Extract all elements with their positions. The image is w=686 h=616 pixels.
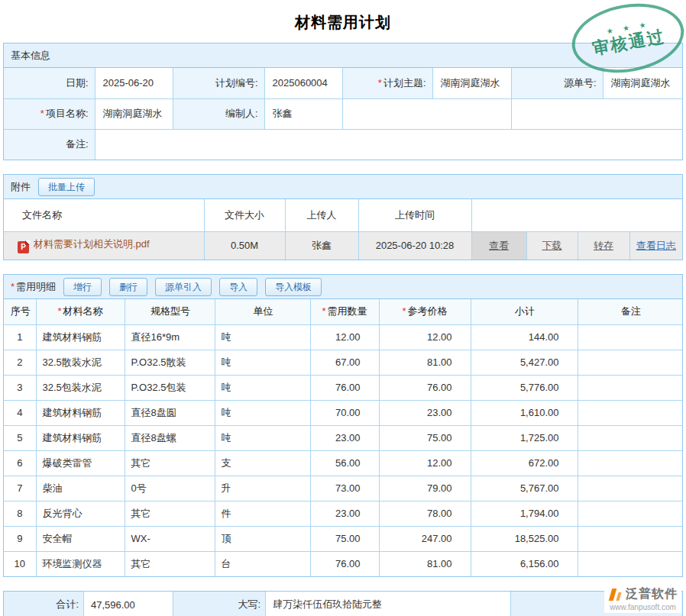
cell-spec[interactable]: P.O32.5散装 xyxy=(125,350,215,375)
cell-price[interactable]: 23.00 xyxy=(379,400,471,425)
cell-unit[interactable]: 吨 xyxy=(215,324,310,350)
cell-qty[interactable]: 75.00 xyxy=(310,526,379,551)
batch-upload-button[interactable]: 批量上传 xyxy=(38,178,95,196)
cell-remark[interactable] xyxy=(578,425,682,450)
cell-spec[interactable]: 0号 xyxy=(125,476,215,501)
cell-qty[interactable]: 76.00 xyxy=(310,375,379,400)
source-no-field[interactable]: 湖南洞庭湖水 xyxy=(603,68,682,98)
cell-price[interactable]: 76.00 xyxy=(379,375,471,400)
cell-material-name[interactable]: 柴油 xyxy=(36,476,125,501)
view-log-cell: 查看日志 xyxy=(629,231,682,260)
cell-qty[interactable]: 70.00 xyxy=(310,400,379,425)
cell-spec[interactable]: 其它 xyxy=(125,501,215,526)
table-row: 1 建筑材料钢筋 直径16*9m 吨 12.00 12.00 144.00 xyxy=(4,324,682,350)
col-header-label: 单位 xyxy=(254,305,273,317)
cell-price[interactable]: 247.00 xyxy=(379,526,471,551)
page-title: 材料需用计划 xyxy=(0,0,686,43)
cell-remark[interactable] xyxy=(578,350,682,375)
view-link[interactable]: 查看 xyxy=(489,240,509,251)
remark-field[interactable] xyxy=(95,129,682,160)
source-import-button[interactable]: 源单引入 xyxy=(155,278,212,296)
cell-material-name[interactable]: 32.5散装水泥 xyxy=(36,350,125,375)
cell-spec[interactable]: WX- xyxy=(125,526,215,551)
import-template-button[interactable]: 导入模板 xyxy=(265,278,322,296)
cell-remark[interactable] xyxy=(578,476,682,501)
cell-qty[interactable]: 56.00 xyxy=(310,450,379,476)
table-row: 7 柴油 0号 升 73.00 79.00 5,767.00 xyxy=(4,476,682,501)
cell-spec[interactable]: 直径16*9m xyxy=(125,324,215,350)
cell-spec[interactable]: P.O32.5包装 xyxy=(125,375,215,400)
attachments-table: 文件名称 文件大小 上传人 上传时间 材料需要计划相关说明.pdf 0.50M … xyxy=(4,199,682,260)
cell-qty[interactable]: 73.00 xyxy=(310,476,379,501)
cell-qty[interactable]: 12.00 xyxy=(310,324,379,350)
transfer-link[interactable]: 转存 xyxy=(594,240,613,251)
cell-material-name[interactable]: 环境监测仪器 xyxy=(36,551,125,576)
cell-qty[interactable]: 23.00 xyxy=(310,425,379,450)
cell-unit[interactable]: 吨 xyxy=(215,350,310,375)
cell-spec[interactable]: 其它 xyxy=(125,450,215,476)
cell-qty[interactable]: 76.00 xyxy=(310,551,379,576)
basic-info-table: 日期: 2025-06-20 计划编号: 2025060004 *计划主题: 湖… xyxy=(4,68,682,160)
cell-qty[interactable]: 67.00 xyxy=(310,350,379,375)
cell-spec[interactable]: 直径8盘螺 xyxy=(125,425,215,450)
required-mark: * xyxy=(378,77,382,89)
subject-field[interactable]: 湖南洞庭湖水 xyxy=(432,68,511,98)
cell-subtotal: 672.00 xyxy=(471,450,578,476)
col-header-material-name: *材料名称 xyxy=(36,299,125,324)
attachments-section: 附件 批量上传 文件名称 文件大小 上传人 上传时间 材料需要计划相关说明.pd… xyxy=(3,174,683,260)
project-name-field[interactable]: 湖南洞庭湖水 xyxy=(95,98,173,129)
cell-unit[interactable]: 升 xyxy=(215,476,310,501)
delete-row-button[interactable]: 删行 xyxy=(109,278,147,296)
cell-subtotal: 5,427.00 xyxy=(471,350,578,375)
download-link[interactable]: 下载 xyxy=(542,240,562,251)
date-field[interactable]: 2025-06-20 xyxy=(95,68,173,98)
cell-material-name[interactable]: 爆破类雷管 xyxy=(36,450,125,476)
cell-remark[interactable] xyxy=(578,501,682,526)
cell-unit[interactable]: 吨 xyxy=(215,400,310,425)
add-row-button[interactable]: 增行 xyxy=(63,278,102,296)
cell-remark[interactable] xyxy=(578,526,682,551)
date-label: 日期: xyxy=(4,68,95,98)
cell-price[interactable]: 81.00 xyxy=(379,350,471,375)
cell-spec[interactable]: 其它 xyxy=(125,551,215,576)
cell-price[interactable]: 12.00 xyxy=(379,324,471,350)
cell-price[interactable]: 78.00 xyxy=(379,501,471,526)
col-header-remark: 备注 xyxy=(578,299,682,324)
cell-unit[interactable]: 吨 xyxy=(215,425,310,450)
cell-seq: 1 xyxy=(4,324,36,350)
col-header-subtotal: 小计 xyxy=(471,299,578,324)
cell-remark[interactable] xyxy=(578,375,682,400)
cell-material-name[interactable]: 建筑材料钢筋 xyxy=(36,324,125,350)
cell-remark[interactable] xyxy=(578,551,682,576)
cell-subtotal: 1,725.00 xyxy=(471,425,578,450)
cell-price[interactable]: 75.00 xyxy=(379,425,471,450)
cell-unit[interactable]: 支 xyxy=(215,450,310,476)
cell-material-name[interactable]: 反光背心 xyxy=(36,501,125,526)
cell-material-name[interactable]: 建筑材料钢筋 xyxy=(36,425,125,450)
cell-price[interactable]: 12.00 xyxy=(379,450,471,476)
cell-price[interactable]: 81.00 xyxy=(379,551,471,576)
cell-remark[interactable] xyxy=(578,324,682,350)
cell-material-name[interactable]: 32.5包装水泥 xyxy=(36,375,125,400)
import-button[interactable]: 导入 xyxy=(219,278,257,296)
cell-seq: 5 xyxy=(4,425,36,450)
cell-unit[interactable]: 件 xyxy=(215,501,310,526)
file-name-link[interactable]: 材料需要计划相关说明.pdf xyxy=(34,238,150,250)
cell-spec[interactable]: 直径8盘圆 xyxy=(125,400,215,425)
cell-unit[interactable]: 顶 xyxy=(215,526,310,551)
cell-unit[interactable]: 台 xyxy=(215,551,310,576)
cell-price[interactable]: 79.00 xyxy=(379,476,471,501)
cell-remark[interactable] xyxy=(578,400,682,425)
cell-remark[interactable] xyxy=(578,450,682,476)
cell-unit[interactable]: 吨 xyxy=(215,375,310,400)
plan-no-field[interactable]: 2025060004 xyxy=(264,68,342,98)
cell-qty[interactable]: 23.00 xyxy=(310,501,379,526)
cell-seq: 7 xyxy=(4,476,36,501)
editor-field[interactable]: 张鑫 xyxy=(264,98,342,129)
cell-material-name[interactable]: 建筑材料钢筋 xyxy=(36,400,125,425)
download-cell: 下载 xyxy=(526,231,578,260)
view-log-link[interactable]: 查看日志 xyxy=(636,240,676,251)
subject-label: *计划主题: xyxy=(342,68,432,98)
cell-material-name[interactable]: 安全帽 xyxy=(36,526,125,551)
basic-info-row-3: 备注: xyxy=(4,129,682,160)
